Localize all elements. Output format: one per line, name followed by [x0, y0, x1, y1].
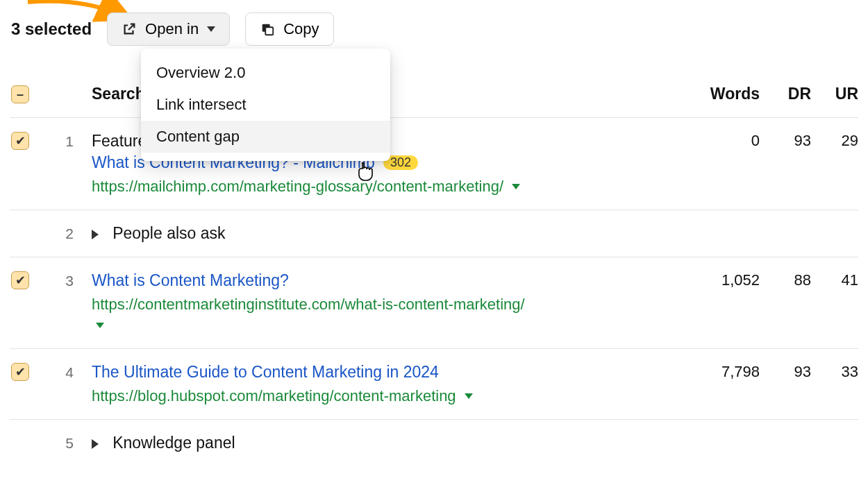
copy-button[interactable]: Copy: [245, 12, 333, 46]
menu-item-link-intersect[interactable]: Link intersect: [141, 89, 390, 121]
copy-icon: [260, 22, 275, 37]
url-dropdown-icon[interactable]: [96, 323, 104, 328]
cell-words: 1,052: [686, 271, 760, 289]
url-dropdown-icon[interactable]: [512, 184, 520, 189]
result-title-link[interactable]: What is Content Marketing?: [92, 271, 686, 290]
table-row: 2 People also ask: [10, 210, 858, 257]
indeterminate-icon: –: [17, 88, 24, 101]
cell-ur: 33: [811, 363, 858, 381]
url-dropdown-icon[interactable]: [465, 393, 473, 399]
table-row: ✔ 1 Featured snippet What is Content Mar…: [10, 118, 858, 210]
open-external-icon: [122, 22, 137, 37]
table-row: ✔ 4 The Ultimate Guide to Content Market…: [10, 349, 858, 420]
column-ur[interactable]: UR: [811, 85, 858, 103]
table-row: 5 Knowledge panel: [10, 420, 858, 466]
row-index: 4: [51, 363, 92, 381]
expand-icon[interactable]: [92, 230, 99, 239]
cell-dr: 93: [760, 363, 811, 381]
select-all-checkbox[interactable]: –: [11, 85, 29, 103]
table-row: ✔ 3 What is Content Marketing? https://c…: [10, 257, 858, 349]
row-checkbox[interactable]: ✔: [11, 363, 29, 381]
table-header: – Search results Words DR UR: [10, 85, 858, 118]
row-index: 5: [51, 434, 92, 452]
result-url[interactable]: https://blog.hubspot.com/marketing/conte…: [92, 387, 456, 404]
selection-toolbar: 3 selected Open in Copy Overview 2.0 Lin…: [10, 12, 858, 46]
check-icon: ✔: [15, 366, 26, 378]
cell-words: 7,798: [686, 363, 760, 381]
cell-ur: 29: [811, 132, 858, 150]
column-words[interactable]: Words: [686, 85, 760, 103]
result-url[interactable]: https://mailchimp.com/marketing-glossary…: [92, 178, 503, 195]
row-index: 3: [51, 271, 92, 289]
chevron-down-icon: [207, 26, 215, 32]
cell-dr: 93: [760, 132, 811, 150]
selected-count: 3 selected: [11, 19, 92, 39]
cell-words: 0: [686, 132, 760, 150]
copy-label: Copy: [283, 20, 319, 38]
check-icon: ✔: [15, 135, 26, 147]
column-dr[interactable]: DR: [760, 85, 811, 103]
row-checkbox[interactable]: ✔: [11, 271, 29, 289]
open-in-label: Open in: [145, 20, 199, 38]
menu-item-content-gap[interactable]: Content gap: [141, 121, 390, 153]
result-title-link[interactable]: The Ultimate Guide to Content Marketing …: [92, 363, 686, 382]
check-icon: ✔: [15, 274, 26, 287]
serp-feature-label: Knowledge panel: [112, 434, 235, 452]
open-in-button[interactable]: Open in: [107, 12, 230, 46]
expand-icon[interactable]: [92, 439, 99, 449]
menu-item-overview[interactable]: Overview 2.0: [141, 57, 390, 89]
svg-rect-1: [265, 27, 273, 35]
cell-dr: 88: [760, 271, 811, 289]
row-index: 1: [51, 132, 92, 150]
open-in-menu: Overview 2.0 Link intersect Content gap: [141, 49, 390, 161]
row-index: 2: [51, 224, 92, 242]
cell-ur: 41: [811, 271, 858, 289]
result-url[interactable]: https://contentmarketinginstitute.com/wh…: [92, 296, 525, 313]
row-checkbox[interactable]: ✔: [11, 132, 29, 150]
serp-feature-label: People also ask: [112, 224, 225, 242]
